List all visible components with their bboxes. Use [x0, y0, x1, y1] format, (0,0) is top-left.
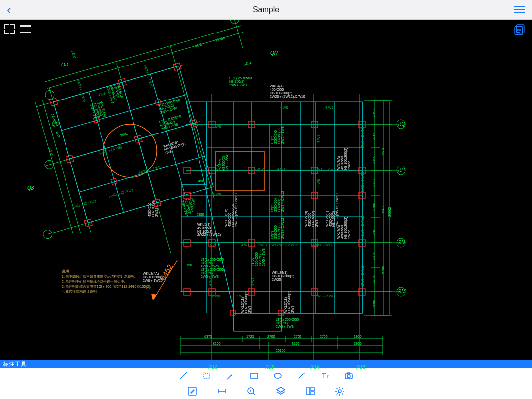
svg-point-139	[347, 375, 350, 378]
dim: 2700	[267, 335, 275, 338]
bar-mark: 2 W12	[328, 167, 337, 171]
svg-rect-112	[279, 310, 284, 315]
dim: 3450	[197, 179, 204, 183]
bar-mark: 2 W8	[212, 294, 220, 298]
gridline-label: RN	[398, 240, 405, 245]
beam-spec: WKL3(1B) H8-100/200(2) 2W8	[284, 291, 294, 313]
text-tool-icon[interactable]: TT	[320, 370, 331, 381]
gridline-label: QD	[61, 63, 68, 67]
notes-line: 3. 未注明则统合梁电荷100＋300. 需2Φ112,2Φ10@150(2);	[62, 285, 151, 288]
bar-mark: 4 W12	[241, 243, 251, 247]
beam-tag: LT(2) 250X550 H8-950(2) 2W5＋1W8	[270, 126, 284, 144]
dim: 2980	[372, 179, 376, 187]
dim: 2795	[372, 275, 376, 283]
svg-point-133	[233, 372, 233, 373]
bar-mark: 2W8＋2 W12	[277, 243, 298, 247]
beam-tag: L6(2) 250X500 H8-950(2) 2W8＋C:W12	[270, 191, 284, 212]
dim: 2881	[372, 228, 376, 235]
bar-mark: 4 W8	[317, 179, 320, 187]
dim: 2780	[372, 203, 376, 211]
measure-tool-icon[interactable]	[216, 386, 227, 397]
gridline-label: R15	[356, 365, 365, 370]
beam-spec: WKL5(1) 450X550 H8-100(2) 2W22＋(2W12)	[197, 223, 221, 236]
svg-line-146	[253, 393, 255, 395]
notes-title: 说明	[62, 270, 69, 274]
search-tool-icon[interactable]: T	[246, 386, 257, 397]
dim: 20100	[276, 349, 285, 352]
beam-spec: 450X550 H8-100(2) 2W22	[148, 201, 158, 217]
svg-text:T: T	[249, 389, 252, 393]
beam-spec: WKL3(4A) H8-100200(2) 2W8＋1W20	[143, 272, 164, 282]
dim: 6375	[204, 335, 212, 338]
layers-tool-icon[interactable]	[275, 386, 286, 397]
notes-line: 2. 未注明中心线与轴线会或坐设于墙边中.	[62, 280, 125, 283]
top-nav: ‹ Sample	[0, 0, 532, 20]
dim: 2700	[294, 335, 301, 338]
svg-point-130	[204, 372, 205, 373]
svg-text:T: T	[326, 374, 329, 379]
dim: 20062	[388, 207, 391, 217]
svg-rect-111	[231, 310, 235, 315]
svg-point-152	[338, 390, 341, 393]
brush-tool-icon[interactable]	[296, 370, 307, 381]
bar-mark: 2 W12	[314, 167, 324, 171]
layout-tool-icon[interactable]	[305, 386, 316, 397]
leader-tool-icon[interactable]	[225, 370, 236, 381]
bar-mark: 2W8＋2 W12	[361, 216, 364, 236]
svg-rect-129	[204, 374, 210, 379]
dim: 5631	[381, 147, 385, 155]
beam-tag: LT(1) 250X550 H8-950(2) 2W5＋2W8	[201, 258, 224, 268]
svg-marker-127	[151, 294, 157, 300]
bar-mark: 4 W8	[317, 135, 320, 143]
bar-mark: 4 W12	[208, 276, 212, 286]
dim: 8100	[213, 342, 221, 345]
line-tool-icon[interactable]	[178, 370, 189, 381]
svg-line-56	[234, 20, 243, 48]
edit-tool-icon[interactable]	[187, 386, 198, 397]
dim: 8100	[292, 342, 299, 345]
svg-line-128	[180, 372, 187, 379]
svg-marker-148	[277, 387, 285, 392]
svg-rect-149	[306, 388, 310, 395]
camera-tool-icon[interactable]	[343, 370, 354, 381]
gridline-label: RM	[398, 289, 406, 294]
menu-button[interactable]	[514, 6, 525, 13]
cloud-tool-icon[interactable]	[201, 370, 212, 381]
beam-spec: WKL7(A) 450X550 H8-100/200(2) 2W22	[337, 217, 351, 239]
ellipse-tool-icon[interactable]	[272, 370, 283, 381]
svg-line-157	[337, 388, 338, 389]
gridline-label: RQ	[398, 122, 405, 127]
dim: 2746	[372, 133, 376, 140]
beam-spec: WKL7(A) 450X550 H8-100/200(2) 2W22	[337, 148, 351, 170]
gridline-label: QB	[27, 186, 34, 191]
back-button[interactable]: ‹	[7, 3, 11, 16]
dim: 5790	[381, 266, 385, 274]
dim: 2995	[372, 252, 376, 260]
beam-tag: LT(2) 250X550 H8-950(2) 2W5＋1W8	[251, 248, 265, 266]
beam-tag: LT(1) 250X550 H8-950(2) 2W5＋2W8	[201, 268, 224, 278]
page-title: Sample	[0, 5, 532, 14]
dim: 2865	[372, 156, 376, 164]
svg-rect-151	[311, 392, 314, 395]
bar-mark: 2W8＋2 W12	[315, 294, 336, 298]
settings-tool-icon[interactable]	[334, 386, 345, 397]
notes-line: 4. 其它详结构设计说明.	[62, 290, 98, 293]
beam-spec: WKL13(1B) 450X550 H8-100/200(2) 2W8＋(2W1…	[224, 193, 238, 227]
rectangle-tool-icon[interactable]	[249, 370, 260, 381]
gridline-label: R14	[310, 365, 319, 370]
bar-mark: 4 W12	[210, 243, 220, 247]
dim: 150	[186, 263, 192, 266]
svg-point-131	[209, 372, 210, 373]
gridline-label: QN	[270, 51, 278, 56]
drawing-canvas[interactable]: RQ RP RN RM R12 R13 R14 R15 QD QC QB QN …	[0, 20, 532, 360]
beam-tag: L6(2) 250X500 H8-950(2) 2W8＋C:W12	[270, 218, 284, 239]
bar-mark: 4 W8	[213, 192, 221, 196]
gridline-label: R13	[265, 365, 274, 370]
system-toolbar: T	[0, 383, 532, 399]
dim: 2850	[372, 300, 376, 308]
beam-tag: LT(1) 250X550 H8-950(2) 2W5＋2W8	[229, 76, 252, 87]
bar-mark: 2W8＋2 W12	[361, 171, 364, 192]
annotation-title-label: 标注工具	[3, 360, 27, 368]
svg-line-88	[150, 74, 185, 195]
svg-line-159	[337, 393, 338, 394]
